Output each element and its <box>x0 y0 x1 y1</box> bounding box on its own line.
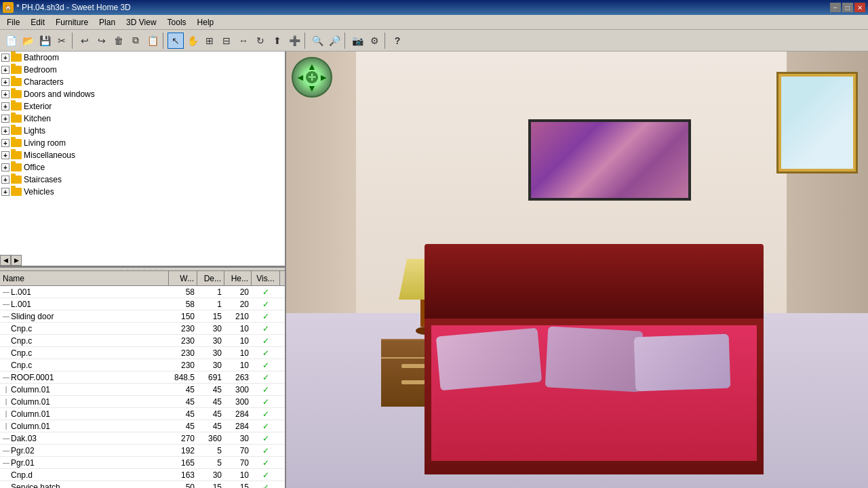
tree-item-office[interactable]: +Office <box>0 161 285 174</box>
elevate-button[interactable]: ⬆ <box>269 33 285 49</box>
menu-item-file[interactable]: File <box>1 16 25 28</box>
undo-button[interactable]: ↩ <box>77 33 93 49</box>
list-row[interactable]: — Sliding door 150 15 210 ✓ <box>0 310 285 323</box>
cell-visible-8[interactable]: ✓ <box>252 385 280 394</box>
cell-visible-2[interactable]: ✓ <box>252 312 280 321</box>
expander-lights[interactable]: + <box>1 127 9 135</box>
rotate-button[interactable]: ↻ <box>252 33 269 49</box>
tree-item-staircases[interactable]: +Staircases <box>0 174 285 186</box>
tree-item-lights[interactable]: +Lights <box>0 125 285 137</box>
menu-item-3d-view[interactable]: 3D View <box>121 16 161 28</box>
expander-miscellaneous[interactable]: + <box>1 151 9 159</box>
expander-doors-windows[interactable]: + <box>1 90 9 98</box>
save-button[interactable]: 💾 <box>37 33 53 49</box>
list-row[interactable]: Cnp.d 163 30 10 ✓ <box>0 469 285 481</box>
export-button[interactable]: 📷 <box>349 33 366 49</box>
list-row[interactable]: | Column.01 45 45 284 ✓ <box>0 420 285 432</box>
pan-button[interactable]: ✋ <box>184 33 201 49</box>
expander-kitchen[interactable]: + <box>1 115 9 123</box>
delete-button[interactable]: 🗑 <box>111 33 127 49</box>
tree-item-kitchen[interactable]: +Kitchen <box>0 113 285 125</box>
expander-living-room[interactable]: + <box>1 139 9 147</box>
cell-visible-3[interactable]: ✓ <box>252 324 280 333</box>
menu-item-help[interactable]: Help <box>192 16 220 28</box>
cell-visible-16[interactable]: ✓ <box>252 483 280 489</box>
list-row[interactable]: | Column.01 45 45 300 ✓ <box>0 396 285 408</box>
furniture-list[interactable]: Name W... De... He... Vis... — L.001 58 … <box>0 271 285 488</box>
tree-item-bedroom[interactable]: +Bedroom <box>0 64 285 76</box>
col-header-depth[interactable]: De... <box>197 271 224 285</box>
expander-bathroom[interactable]: + <box>1 54 9 62</box>
zoom-out-button[interactable]: 🔎 <box>326 33 342 49</box>
list-row[interactable]: — Dak.03 270 360 30 ✓ <box>0 432 285 445</box>
expander-staircases[interactable]: + <box>1 176 9 184</box>
navigation-control[interactable]: ▲ ▼ ◄ ► ✛ <box>292 57 332 98</box>
3d-view[interactable]: ▲ ▼ ◄ ► ✛ <box>286 52 868 488</box>
copy-button[interactable]: ⧉ <box>127 33 144 49</box>
nav-right[interactable]: ► <box>319 72 328 83</box>
cell-visible-15[interactable]: ✓ <box>252 470 280 480</box>
list-row[interactable]: | Column.01 45 45 300 ✓ <box>0 384 285 396</box>
help-button[interactable]: ? <box>389 33 406 49</box>
cell-visible-12[interactable]: ✓ <box>252 434 280 443</box>
tree-item-vehicles[interactable]: +Vehicles <box>0 186 285 198</box>
tree-item-bathroom[interactable]: +Bathroom <box>0 52 285 64</box>
create-walls-button[interactable]: ⊞ <box>201 33 218 49</box>
tree-item-doors-windows[interactable]: +Doors and windows <box>0 88 285 100</box>
tree-item-living-room[interactable]: +Living room <box>0 137 285 149</box>
cell-visible-7[interactable]: ✓ <box>252 373 280 382</box>
minimize-button[interactable]: − <box>830 3 841 12</box>
col-header-width[interactable]: W... <box>169 271 197 285</box>
menu-item-tools[interactable]: Tools <box>162 16 192 28</box>
list-row[interactable]: Cnp.c 230 30 10 ✓ <box>0 335 285 347</box>
create-dims-button[interactable]: ↔ <box>235 33 252 49</box>
add-furniture-button[interactable]: ➕ <box>286 33 302 49</box>
list-row[interactable]: — ROOF.0001 848.5 691 263 ✓ <box>0 371 285 384</box>
col-header-name[interactable]: Name <box>0 271 169 285</box>
cell-visible-10[interactable]: ✓ <box>252 409 280 419</box>
list-row[interactable]: — L.001 58 1 20 ✓ <box>0 286 285 298</box>
furniture-tree[interactable]: ◀ ▶ +Bathroom+Bedroom+Characters+Doors a… <box>0 52 285 267</box>
open-button[interactable]: 📂 <box>20 33 36 49</box>
nav-center[interactable]: ✛ <box>306 71 318 83</box>
paste-button[interactable]: 📋 <box>144 33 161 49</box>
list-row[interactable]: Cnp.c 230 30 10 ✓ <box>0 323 285 335</box>
preferences-button[interactable]: ⚙ <box>366 33 382 49</box>
menu-item-edit[interactable]: Edit <box>25 16 50 28</box>
menu-item-plan[interactable]: Plan <box>94 16 121 28</box>
cell-visible-1[interactable]: ✓ <box>252 300 280 309</box>
expander-exterior[interactable]: + <box>1 102 9 110</box>
list-row[interactable]: — Pgr.02 192 5 70 ✓ <box>0 445 285 457</box>
cell-visible-9[interactable]: ✓ <box>252 397 280 407</box>
cut-button[interactable]: ✂ <box>54 33 70 49</box>
list-row[interactable]: | Column.01 45 45 284 ✓ <box>0 408 285 420</box>
expander-vehicles[interactable]: + <box>1 188 9 196</box>
list-row[interactable]: — L.001 58 1 20 ✓ <box>0 298 285 310</box>
tree-item-exterior[interactable]: +Exterior <box>0 100 285 113</box>
close-button[interactable]: ✕ <box>854 3 865 12</box>
col-header-visible[interactable]: Vis... <box>252 271 280 285</box>
nav-circle[interactable]: ▲ ▼ ◄ ► ✛ <box>292 57 332 98</box>
cell-visible-13[interactable]: ✓ <box>252 446 280 455</box>
list-row[interactable]: Cnp.c 230 30 10 ✓ <box>0 359 285 371</box>
list-row[interactable]: — Pgr.01 165 5 70 ✓ <box>0 457 285 469</box>
expander-characters[interactable]: + <box>1 78 9 86</box>
new-button[interactable]: 📄 <box>3 33 19 49</box>
nav-up[interactable]: ▲ <box>307 61 317 72</box>
tree-scroll-left[interactable]: ◀ <box>0 255 11 266</box>
create-rooms-button[interactable]: ⊟ <box>218 33 235 49</box>
tree-scroll-right[interactable]: ▶ <box>11 255 22 266</box>
maximize-button[interactable]: □ <box>842 3 853 12</box>
nav-left[interactable]: ◄ <box>296 72 305 83</box>
cell-visible-0[interactable]: ✓ <box>252 287 280 297</box>
list-row[interactable]: Cnp.c 230 30 10 ✓ <box>0 347 285 359</box>
cell-visible-11[interactable]: ✓ <box>252 422 280 431</box>
list-row[interactable]: Service hatch 50 15 15 ✓ <box>0 481 285 488</box>
select-button[interactable]: ↖ <box>167 33 184 49</box>
expander-bedroom[interactable]: + <box>1 66 9 74</box>
nav-down[interactable]: ▼ <box>307 83 317 94</box>
tree-item-characters[interactable]: +Characters <box>0 76 285 88</box>
redo-button[interactable]: ↪ <box>94 33 110 49</box>
cell-visible-6[interactable]: ✓ <box>252 361 280 370</box>
expander-office[interactable]: + <box>1 163 9 171</box>
